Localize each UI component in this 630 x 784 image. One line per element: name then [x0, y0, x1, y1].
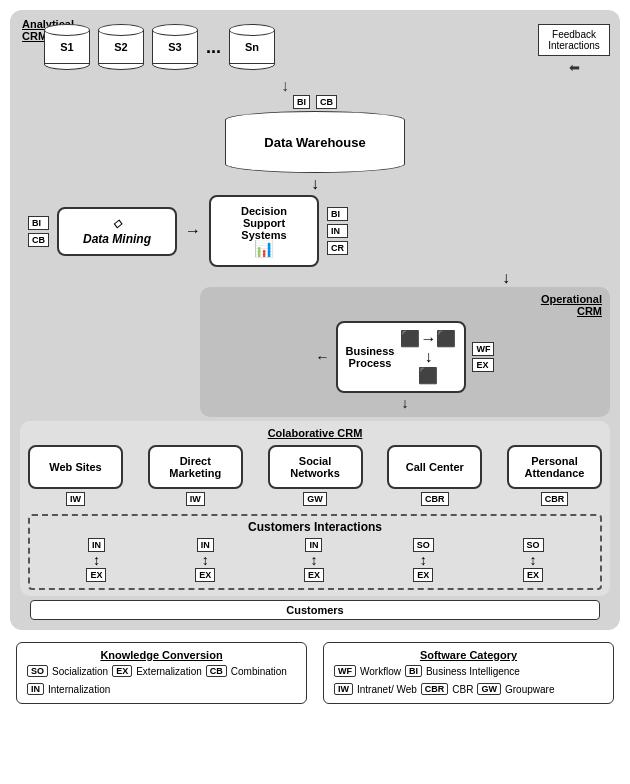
arrow-group-3: IN ↕ EX: [304, 538, 324, 582]
feedback-section: Feedback Interactions ⬅: [538, 24, 610, 75]
bp-badges: WF EX: [472, 342, 494, 372]
gw-legend-badge: GW: [477, 683, 501, 695]
mining-dss-row: BI CB ◇ Data Mining → Decision Support S…: [20, 195, 610, 267]
cb-label: Combination: [231, 666, 287, 677]
mining-label: Data Mining: [75, 232, 159, 246]
in-label: Internalization: [48, 684, 110, 695]
call-center-badge: CBR: [421, 492, 449, 506]
dw-label: Data Warehouse: [264, 135, 365, 150]
arrow2-bottom: EX: [195, 568, 215, 582]
websites-badge-row: IW: [66, 492, 85, 506]
arrow4-bottom: EX: [413, 568, 433, 582]
channel-call-center: Call Center CBR: [387, 445, 482, 506]
knowledge-conversion-box: Knowledge Conversion SO Socialization EX…: [16, 642, 307, 704]
dw-down-arrow: ↓: [20, 175, 610, 193]
social-networks-box: Social Networks: [268, 445, 363, 489]
s1-label: S1: [60, 41, 73, 53]
dss-in-badge: IN: [327, 224, 348, 238]
arrow-group-2: IN ↕ EX: [195, 538, 215, 582]
call-center-badge-row: CBR: [421, 492, 449, 506]
iw-label: Intranet/ Web: [357, 684, 417, 695]
dw-badges: BI CB: [293, 95, 337, 109]
social-networks-badge-row: GW: [303, 492, 327, 506]
arrow3-top: IN: [305, 538, 322, 552]
bi-badge-dw: BI: [293, 95, 310, 109]
analytical-crm-region: Analytical CRM S1 S2 S3: [10, 10, 620, 630]
data-warehouse: Data Warehouse: [225, 111, 405, 173]
dss-label: Decision Support Systems: [223, 205, 305, 241]
collaborative-crm-region: Colaborative CRM Web Sites IW Direct Mar…: [20, 421, 610, 596]
channel-personal-attendance: Personal Attendance CBR: [507, 445, 602, 506]
source-s2: S2: [98, 24, 144, 70]
bi-legend-badge: BI: [405, 665, 422, 677]
mining-cb-badge: CB: [28, 233, 49, 247]
dss-to-op-arrow: ↓: [20, 269, 610, 287]
mining-bi-badge: BI: [28, 216, 49, 230]
call-center-box: Call Center: [387, 445, 482, 489]
diagram-container: Analytical CRM S1 S2 S3: [0, 0, 630, 714]
software-items: WF Workflow BI Business Intelligence IW …: [334, 665, 603, 697]
collaborative-crm-label: Colaborative CRM: [28, 427, 602, 439]
feedback-label: Feedback Interactions: [548, 29, 600, 51]
ex-legend-badge: EX: [112, 665, 132, 677]
source-sn: Sn: [229, 24, 275, 70]
legend-wf: WF Workflow: [334, 665, 401, 677]
social-networks-badge: GW: [303, 492, 327, 506]
so-label: Socialization: [52, 666, 108, 677]
source-s1: S1: [44, 24, 90, 70]
s2-label: S2: [114, 41, 127, 53]
channel-social-networks: Social Networks GW: [268, 445, 363, 506]
legend-cb: CB Combination: [206, 665, 287, 677]
legend-ex: EX Externalization: [112, 665, 202, 677]
sn-label: Sn: [245, 41, 259, 53]
dss-box: Decision Support Systems 📊: [209, 195, 319, 267]
arrow5-bottom: EX: [523, 568, 543, 582]
wf-label: Workflow: [360, 666, 401, 677]
bp-label: Business Process: [346, 345, 395, 369]
mining-to-dss-arrow: →: [185, 222, 201, 240]
cb-badge-dw: CB: [316, 95, 337, 109]
sources-to-dw-arrow: ↓: [0, 77, 610, 95]
wf-badge: WF: [472, 342, 494, 356]
ex-label: Externalization: [136, 666, 202, 677]
direct-marketing-badge: IW: [186, 492, 205, 506]
software-title: Software Category: [334, 649, 603, 661]
data-mining-box: ◇ Data Mining: [57, 207, 177, 256]
iw-legend-badge: IW: [334, 683, 353, 695]
customers-interactions-bar: Customers Interactions IN ↕ EX IN ↕ EX: [28, 514, 602, 590]
legend-bi: BI Business Intelligence: [405, 665, 520, 677]
legend-in: IN Internalization: [27, 683, 110, 695]
direct-marketing-box: Direct Marketing: [148, 445, 243, 489]
operational-crm-region: Operational CRM ← Business Process ⬛→⬛↓⬛…: [200, 287, 610, 417]
legend-so: SO Socialization: [27, 665, 108, 677]
source-s3: S3: [152, 24, 198, 70]
feedback-arrow: ⬅: [569, 60, 580, 75]
cbr-legend-badge: CBR: [421, 683, 449, 695]
so-badge: SO: [27, 665, 48, 677]
legend-cbr: CBR CBR: [421, 683, 474, 695]
arrow-group-1: IN ↕ EX: [86, 538, 106, 582]
legend-iw: IW Intranet/ Web: [334, 683, 417, 695]
mining-left-badges: BI CB: [28, 216, 49, 247]
customers-label: Customers: [286, 604, 343, 616]
s3-label: S3: [168, 41, 181, 53]
software-category-box: Software Category WF Workflow BI Busines…: [323, 642, 614, 704]
arrow2-top: IN: [197, 538, 214, 552]
cb-legend-badge: CB: [206, 665, 227, 677]
arrow3-bottom: EX: [304, 568, 324, 582]
feedback-box: Feedback Interactions: [538, 24, 610, 56]
operational-crm-label: Operational CRM: [208, 293, 602, 317]
websites-badge: IW: [66, 492, 85, 506]
sources-row: S1 S2 S3 ...: [20, 24, 275, 70]
knowledge-items: SO Socialization EX Externalization CB C…: [27, 665, 296, 697]
gw-label: Groupware: [505, 684, 554, 695]
bp-down-arrow: ↓: [208, 395, 602, 411]
arrow-group-4: SO ↕ EX: [413, 538, 434, 582]
arrow1-top: IN: [88, 538, 105, 552]
data-warehouse-section: BI CB Data Warehouse: [20, 95, 610, 173]
customers-interactions-label: Customers Interactions: [38, 520, 592, 534]
personal-attendance-box: Personal Attendance: [507, 445, 602, 489]
channel-websites: Web Sites IW: [28, 445, 123, 506]
wf-legend-badge: WF: [334, 665, 356, 677]
channel-direct-marketing: Direct Marketing IW: [148, 445, 243, 506]
